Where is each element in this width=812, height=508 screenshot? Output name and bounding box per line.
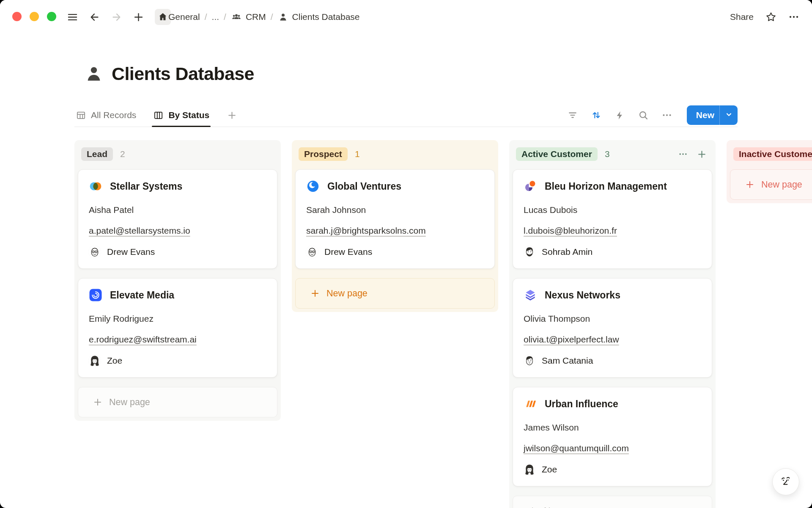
plus-icon	[310, 288, 320, 298]
company-logo-icon	[306, 179, 320, 193]
tab-by-status[interactable]: By Status	[152, 104, 211, 127]
card-title-row: Global Ventures	[306, 179, 484, 193]
tab-all-records[interactable]: All Records	[74, 104, 137, 127]
board-column: Prospect 1 Global Ventures Sarah Johnson…	[292, 140, 498, 312]
column-more-button[interactable]	[678, 149, 688, 159]
status-badge[interactable]: Lead	[81, 147, 113, 161]
column-cards: Bleu Horizon Management Lucas Dubois l.d…	[513, 169, 712, 486]
ai-assistant-button[interactable]	[772, 468, 799, 495]
owner-row: Drew Evans	[306, 246, 484, 258]
column-count: 1	[355, 149, 360, 159]
email-link[interactable]: olivia.t@pixelperfect.law	[524, 334, 619, 345]
chevron-down-icon	[724, 110, 733, 121]
new-page-label: New page	[761, 179, 802, 190]
automation-button[interactable]	[614, 110, 625, 121]
home-icon	[158, 12, 168, 22]
status-badge[interactable]: Inactive Customer	[733, 147, 812, 161]
owner-row: Drew Evans	[88, 246, 267, 258]
search-icon	[638, 110, 649, 121]
client-card[interactable]: Bleu Horizon Management Lucas Dubois l.d…	[513, 169, 712, 269]
search-button[interactable]	[638, 110, 649, 121]
owner-avatar	[523, 246, 536, 258]
plus-icon	[133, 11, 144, 23]
contact-name: James Wilson	[524, 422, 702, 433]
breadcrumb: General / ... / CRM / Clients Database	[168, 0, 360, 34]
company-logo-icon	[523, 288, 538, 302]
sort-button[interactable]	[591, 110, 602, 121]
email-link[interactable]: l.dubois@bleuhorizon.fr	[524, 226, 617, 236]
company-name: Nexus Networks	[545, 290, 620, 301]
new-record-dropdown-button[interactable]	[720, 105, 738, 125]
client-card[interactable]: Nexus Networks Olivia Thompson olivia.t@…	[513, 278, 712, 378]
contact-name: Aisha Patel	[89, 205, 267, 215]
filter-button[interactable]	[567, 110, 578, 121]
breadcrumb-page[interactable]: Clients Database	[292, 12, 360, 22]
plus-icon	[745, 179, 755, 190]
new-record-button[interactable]: New	[687, 105, 738, 125]
column-header: Inactive Customer	[733, 146, 812, 162]
client-card[interactable]: Urban Influence James Wilson jwilson@qua…	[513, 387, 712, 486]
page-header: Clients Database	[84, 64, 254, 84]
forward-button[interactable]	[111, 11, 122, 23]
view-more-button[interactable]	[661, 110, 672, 121]
status-badge[interactable]: Prospect	[299, 147, 348, 161]
page-more-button[interactable]	[788, 11, 799, 22]
breadcrumb-crm[interactable]: CRM	[246, 12, 266, 22]
company-name: Elevate Media	[110, 290, 174, 301]
page-title[interactable]: Clients Database	[112, 64, 254, 84]
more-icon	[678, 149, 688, 159]
contact-name: Olivia Thompson	[524, 314, 702, 324]
client-card[interactable]: Elevate Media Emily Rodriguez e.rodrigue…	[78, 278, 277, 378]
email-link[interactable]: a.patel@stellarsystems.io	[89, 226, 190, 236]
minimize-window-button[interactable]	[30, 12, 39, 21]
card-title-row: Urban Influence	[523, 397, 702, 411]
new-record-label: New	[687, 105, 719, 125]
card-title-row: Stellar Systems	[88, 179, 267, 193]
company-name: Urban Influence	[545, 398, 618, 410]
email-link[interactable]: sarah.j@brightsparksolns.com	[306, 226, 426, 236]
favorite-button[interactable]	[765, 11, 777, 23]
owner-name: Sam Catania	[542, 356, 593, 366]
board-column: Lead 2 Stellar Systems Aisha Patel a.pat…	[74, 140, 281, 421]
add-view-button[interactable]	[227, 110, 237, 121]
back-button[interactable]	[89, 11, 100, 23]
sort-icon	[591, 110, 602, 121]
close-window-button[interactable]	[12, 12, 22, 21]
owner-name: Zoe	[107, 356, 122, 366]
new-page-button[interactable]: New page	[513, 496, 712, 508]
page-person-icon[interactable]	[84, 64, 104, 84]
breadcrumb-collapsed[interactable]: ...	[212, 12, 219, 22]
new-page-label: New page	[326, 288, 368, 299]
column-add-button[interactable]	[697, 149, 707, 160]
people-icon	[231, 11, 242, 22]
menu-icon	[67, 11, 78, 23]
column-controls	[678, 149, 709, 160]
new-page-button[interactable]: New page	[295, 278, 495, 309]
card-title-row: Elevate Media	[88, 288, 267, 302]
maximize-window-button[interactable]	[47, 12, 56, 21]
client-card[interactable]: Global Ventures Sarah Johnson sarah.j@br…	[295, 169, 495, 269]
company-name: Bleu Horizon Management	[545, 181, 667, 192]
new-page-button[interactable]: New page	[78, 387, 277, 417]
new-tab-button[interactable]	[133, 11, 144, 23]
share-button[interactable]: Share	[730, 12, 754, 22]
new-page-button[interactable]: New page	[730, 169, 812, 200]
owner-avatar	[306, 246, 318, 258]
owner-row: Zoe	[523, 463, 702, 476]
view-bar: All Records By Status	[74, 104, 738, 127]
contact-name: Emily Rodriguez	[89, 314, 267, 324]
board-column: Inactive Customer New page	[727, 140, 812, 203]
client-card[interactable]: Stellar Systems Aisha Patel a.patel@stel…	[78, 169, 277, 269]
status-badge[interactable]: Active Customer	[516, 147, 598, 161]
contact-name: Sarah Johnson	[306, 205, 484, 215]
owner-name: Sohrab Amin	[542, 247, 593, 257]
sidebar-menu-button[interactable]	[67, 11, 78, 23]
column-count: 2	[120, 149, 125, 159]
email-link[interactable]: jwilson@quantumquill.com	[524, 443, 629, 453]
board-column: Active Customer 3 Bleu Horizon Managemen…	[509, 140, 716, 508]
owner-row: Sam Catania	[523, 354, 702, 367]
breadcrumb-general[interactable]: General	[168, 12, 200, 22]
window-controls	[12, 12, 56, 21]
company-name: Stellar Systems	[110, 181, 182, 192]
email-link[interactable]: e.rodriguez@swiftstream.ai	[89, 334, 197, 345]
